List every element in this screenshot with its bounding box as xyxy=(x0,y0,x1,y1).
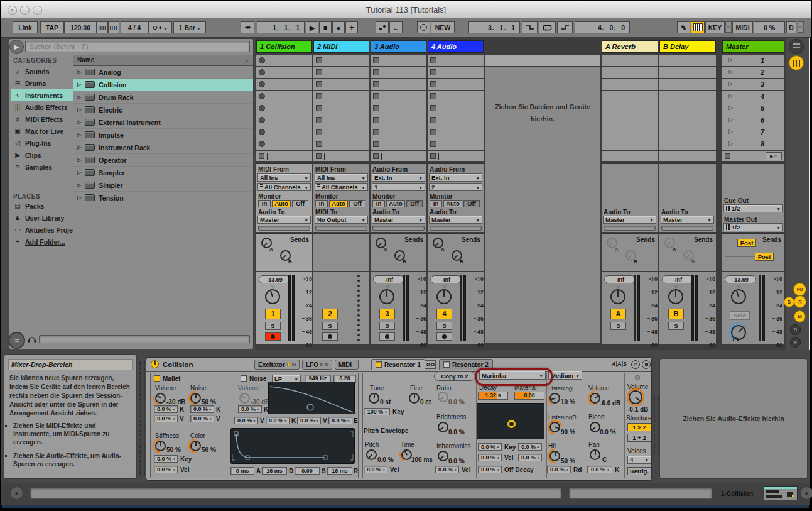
output-chooser[interactable]: Master xyxy=(257,216,311,224)
pan-marker-icon[interactable]: ▽ xyxy=(271,284,274,289)
off-decay-field[interactable]: 0.0 % xyxy=(478,466,502,473)
track-delay-strip[interactable] xyxy=(661,226,713,231)
return-activator[interactable]: A xyxy=(610,309,626,319)
bleed-knob[interactable] xyxy=(590,422,600,432)
show-info-toggle[interactable]: ▲ xyxy=(10,486,23,500)
tab-midi[interactable]: MIDI xyxy=(335,360,359,370)
clip-slot[interactable] xyxy=(313,55,369,66)
clip-slot[interactable] xyxy=(313,79,369,90)
output-chooser[interactable]: Master xyxy=(661,216,714,224)
empty-slot[interactable] xyxy=(602,91,658,102)
decay-slider[interactable]: 1.32 s xyxy=(478,392,508,400)
loop-start-display[interactable]: 3. 1. 1 xyxy=(468,21,520,33)
hit-knob[interactable] xyxy=(549,451,560,461)
arm-button[interactable] xyxy=(436,332,452,341)
monitor-in-button[interactable]: In xyxy=(315,200,328,207)
scene-play-icon[interactable]: ▷ xyxy=(728,104,733,111)
clip-stop-icon[interactable] xyxy=(316,141,322,147)
input-channel-chooser[interactable]: All Channels xyxy=(257,183,311,191)
volume-value[interactable]: -Inf xyxy=(662,275,693,283)
input-type-chooser[interactable]: All Ins xyxy=(257,173,311,182)
noise-release-field[interactable]: 16 ms xyxy=(327,467,352,475)
sidebar-place[interactable]: ▭Aktuelles Proje xyxy=(11,224,73,236)
volume-knob[interactable] xyxy=(610,289,625,304)
clip-slot[interactable] xyxy=(371,91,426,102)
volume-knob[interactable] xyxy=(379,289,394,304)
clip-slot[interactable] xyxy=(256,126,312,138)
pan-key-field[interactable]: 0.0 % xyxy=(587,466,612,473)
pan-marker-icon[interactable]: ▽ xyxy=(737,284,740,289)
clip-stop-icon[interactable] xyxy=(373,69,379,75)
follow-button[interactable]: ↠ xyxy=(241,21,254,33)
clip-stop-icon[interactable] xyxy=(373,129,379,135)
show-device-view-toggle[interactable]: ▲ xyxy=(800,486,812,500)
track-drop-zone[interactable]: Ziehen Sie Dateien und Geräte hierhin. xyxy=(485,38,600,350)
solo-cue-button[interactable]: Solo xyxy=(730,311,750,320)
clip-stop-icon[interactable] xyxy=(430,117,436,123)
loop-button[interactable] xyxy=(539,21,556,33)
volume-knob[interactable] xyxy=(436,289,452,304)
mallet-toggle[interactable] xyxy=(154,375,160,382)
monitor-in-button[interactable]: In xyxy=(430,200,442,207)
stop-button[interactable]: ■ xyxy=(319,21,332,33)
track-delay-strip[interactable] xyxy=(604,226,656,231)
solo-button[interactable]: S xyxy=(322,322,338,330)
track-header[interactable]: 1 Collision xyxy=(256,40,312,53)
arm-button[interactable] xyxy=(322,332,338,341)
copy-to-2-button[interactable]: Copy to 2 xyxy=(434,371,475,381)
solo-button[interactable]: S xyxy=(379,322,395,330)
pan-marker-icon[interactable]: ▽ xyxy=(386,284,389,289)
noise-filter-display[interactable] xyxy=(268,382,355,414)
show-sends-toggle[interactable]: S xyxy=(784,297,794,307)
inharmonics-vel-field[interactable]: 0.0 % xyxy=(435,466,459,473)
hit-random-field[interactable]: 0.0 % xyxy=(547,466,571,473)
close-window-icon[interactable] xyxy=(8,6,17,15)
clip-slot[interactable] xyxy=(428,91,484,102)
device-titlebar[interactable]: Collision Excitator LFO MIDI Resonator 1… xyxy=(146,358,651,372)
clip-stop-icon[interactable] xyxy=(373,57,379,63)
output-chooser[interactable]: Master xyxy=(372,216,425,224)
audio-effect-drop-zone[interactable]: Ziehen Sie Audio-Effekte hierhin xyxy=(659,358,808,479)
clip-stop-icon[interactable] xyxy=(430,93,436,99)
track-header[interactable]: A Reverb xyxy=(602,40,658,53)
clip-stop-icon[interactable] xyxy=(259,105,265,111)
nudge-down-button[interactable]: |||| xyxy=(97,21,108,33)
punch-in-button[interactable] xyxy=(522,21,538,33)
noise-toggle[interactable] xyxy=(241,375,247,382)
clip-stop-icon[interactable] xyxy=(316,129,322,135)
tab-resonator-2[interactable]: Resonator 2 xyxy=(439,359,493,370)
scene-play-icon[interactable]: ▷ xyxy=(728,92,733,99)
sidebar-category[interactable]: ⊞Drums xyxy=(11,77,73,89)
computer-midi-keyboard-button[interactable] xyxy=(691,21,705,33)
track-delay-strip[interactable] xyxy=(315,226,367,231)
preview-scrub-bar[interactable] xyxy=(39,335,250,343)
material-key-field[interactable]: 0.0 % xyxy=(518,443,542,451)
clip-slot[interactable] xyxy=(428,126,484,138)
tempo-field[interactable]: 120.00 xyxy=(64,21,97,33)
empty-slot[interactable] xyxy=(659,91,716,102)
tab-resonator-1[interactable]: Resonator 1 xyxy=(371,359,425,370)
key-map-button[interactable]: KEY xyxy=(705,21,725,33)
sidebar-place[interactable]: +Add Folder... xyxy=(11,236,73,248)
send-b-post-button[interactable]: Post xyxy=(755,253,774,261)
scene[interactable]: ▷4 xyxy=(722,91,784,102)
mallet-vel-field[interactable]: 0.0 % xyxy=(154,466,178,473)
list-item[interactable]: ▷Simpler xyxy=(73,179,253,192)
list-item[interactable]: ▷Operator xyxy=(73,154,253,167)
clip-slot[interactable] xyxy=(313,138,369,150)
list-item[interactable]: ▷Drum Rack xyxy=(73,91,253,104)
volume-knob[interactable] xyxy=(265,289,280,304)
clip-slot[interactable] xyxy=(371,102,426,114)
clip-stop-icon[interactable] xyxy=(430,69,436,75)
clip-stop-icon[interactable] xyxy=(373,105,379,111)
clip-stop-icon[interactable] xyxy=(316,69,322,75)
resonator-type-chooser[interactable]: Marimba xyxy=(479,371,546,380)
volume-value[interactable]: -Inf xyxy=(604,275,636,283)
solo-button[interactable]: S xyxy=(610,322,626,330)
reenable-automation-button[interactable] xyxy=(376,21,389,33)
monitor-off-button[interactable]: Off xyxy=(349,200,365,207)
link-resonators-button[interactable] xyxy=(425,360,436,369)
decay-key-field[interactable]: 0.0 % xyxy=(478,443,502,451)
clip-slot[interactable] xyxy=(371,138,426,150)
clip-slot[interactable] xyxy=(428,138,484,150)
